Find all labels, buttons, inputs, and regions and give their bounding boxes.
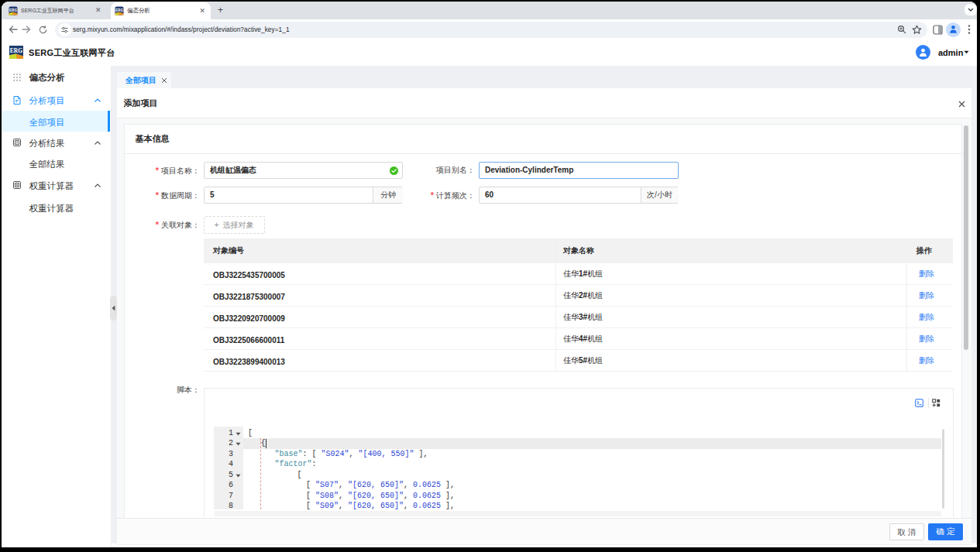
svg-text:ERG: ERG <box>115 9 123 12</box>
svg-text:ERG: ERG <box>9 8 17 12</box>
svg-text:ERG: ERG <box>10 47 22 54</box>
